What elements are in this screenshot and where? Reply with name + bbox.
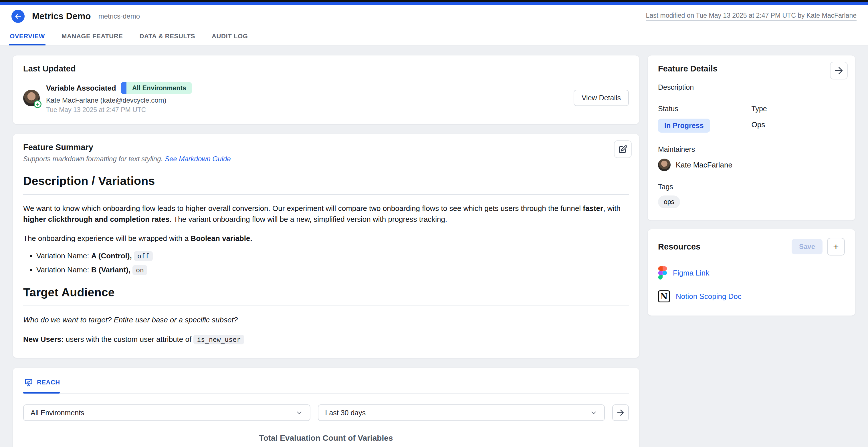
audit-event-timestamp: Tue May 13 2025 at 2:47 PM UTC: [46, 106, 192, 114]
type-label: Type: [751, 105, 845, 113]
notion-link[interactable]: Notion Scoping Doc: [676, 292, 742, 301]
maintainers-label: Maintainers: [658, 145, 845, 153]
tags-label: Tags: [658, 183, 845, 191]
section-divider: [23, 306, 629, 306]
reach-card: REACH All Environments Last 30 days Tota…: [12, 368, 640, 447]
presentation-chart-icon: [24, 378, 33, 387]
maintainer-avatar: [658, 159, 671, 171]
last-modified-text: Last modified on Tue May 13 2025 at 2:47…: [646, 12, 857, 21]
page-header: Metrics Demo metrics-demo Last modified …: [0, 5, 868, 28]
section-heading-target-audience: Target Audience: [23, 286, 629, 299]
description-paragraph: We want to know which onboarding flow le…: [23, 203, 629, 225]
markdown-body: Description / Variations We want to know…: [23, 174, 629, 345]
browser-top-strip: [0, 0, 868, 2]
description-label: Description: [658, 83, 845, 92]
figma-link[interactable]: Figma Link: [673, 269, 709, 277]
edit-summary-button[interactable]: [614, 140, 632, 158]
feature-tabbar: OVERVIEW MANAGE FEATURE DATA & RESULTS A…: [0, 28, 868, 45]
status-label: Status: [658, 105, 751, 113]
type-value: Ops: [751, 120, 845, 129]
feature-details-heading: Feature Details: [658, 64, 845, 73]
page-title: Metrics Demo: [32, 11, 91, 22]
maintainer-name: Kate MacFarlane: [676, 161, 733, 170]
arrow-right-icon: [834, 65, 844, 76]
open-feature-details-button[interactable]: [830, 62, 848, 79]
resource-item-figma: Figma Link: [658, 266, 845, 279]
feature-summary-heading: Feature Summary: [23, 143, 629, 152]
avatar: +: [23, 90, 40, 106]
environment-badge: All Environments: [121, 82, 192, 94]
arrow-right-icon: [616, 408, 625, 417]
resources-heading: Resources: [658, 242, 700, 251]
variation-value-code: off: [134, 251, 153, 261]
reach-tabbar: REACH: [23, 376, 629, 393]
feature-details-card: Feature Details Description Status In Pr…: [647, 55, 856, 221]
date-range-select[interactable]: Last 30 days: [318, 404, 605, 421]
back-button[interactable]: [11, 10, 25, 23]
audit-event-title: Variable Associated: [46, 84, 116, 93]
tab-data-results[interactable]: DATA & RESULTS: [139, 28, 196, 45]
environment-select[interactable]: All Environments: [23, 404, 310, 421]
target-question: Who do we want to target? Entire user ba…: [23, 315, 629, 325]
variation-list: Variation Name: A (Control), off Variati…: [23, 251, 629, 274]
variation-item-variant: Variation Name: B (Variant), on: [36, 266, 629, 274]
tab-audit-log[interactable]: AUDIT LOG: [211, 28, 248, 45]
edit-pencil-icon: [618, 144, 628, 154]
figma-icon: [658, 266, 667, 279]
feature-summary-card: Feature Summary Supports markdown format…: [12, 134, 640, 358]
section-divider: [23, 194, 629, 195]
save-resources-button[interactable]: Save: [792, 239, 823, 254]
chevron-down-icon: [296, 409, 303, 416]
audit-event-user: Kate MacFarlane (kate@devcycle.com): [46, 96, 192, 104]
resources-card: Resources Save + Figma Link N Notion Sco…: [647, 229, 856, 316]
arrow-left-icon: [14, 12, 22, 20]
apply-filters-button[interactable]: [612, 404, 629, 421]
markdown-guide-link[interactable]: See Markdown Guide: [165, 155, 231, 163]
new-users-paragraph: New Users: users with the custom user at…: [23, 334, 629, 345]
add-resource-button[interactable]: +: [827, 238, 845, 255]
tab-overview[interactable]: OVERVIEW: [9, 28, 45, 45]
variation-value-code: on: [132, 265, 147, 275]
markdown-hint: Supports markdown formatting for text st…: [23, 155, 629, 163]
variable-paragraph: The onboarding experience will be wrappe…: [23, 233, 629, 244]
resource-item-notion: N Notion Scoping Doc: [658, 290, 845, 302]
notion-icon: N: [658, 290, 670, 302]
section-heading-description-variations: Description / Variations: [23, 174, 629, 188]
maintainer-row: Kate MacFarlane: [658, 159, 845, 171]
last-updated-card: Last Updated + Variable Associated All E…: [12, 55, 640, 124]
brand-accent-bar: [0, 2, 868, 5]
status-badge: In Progress: [658, 118, 710, 133]
last-updated-heading: Last Updated: [23, 64, 629, 73]
attribute-code: is_new_user: [193, 335, 244, 344]
chart-title: Total Evaluation Count of Variables: [23, 434, 629, 443]
feature-key: metrics-demo: [98, 12, 140, 20]
tag-chip: ops: [658, 196, 680, 208]
variation-item-control: Variation Name: A (Control), off: [36, 251, 629, 261]
tab-manage-feature[interactable]: MANAGE FEATURE: [61, 28, 124, 45]
tab-reach[interactable]: REACH: [23, 376, 61, 393]
variable-added-badge-icon: +: [34, 100, 41, 108]
chevron-down-icon: [590, 409, 597, 416]
view-details-button[interactable]: View Details: [574, 90, 629, 106]
environment-badge-accent: [121, 82, 126, 94]
